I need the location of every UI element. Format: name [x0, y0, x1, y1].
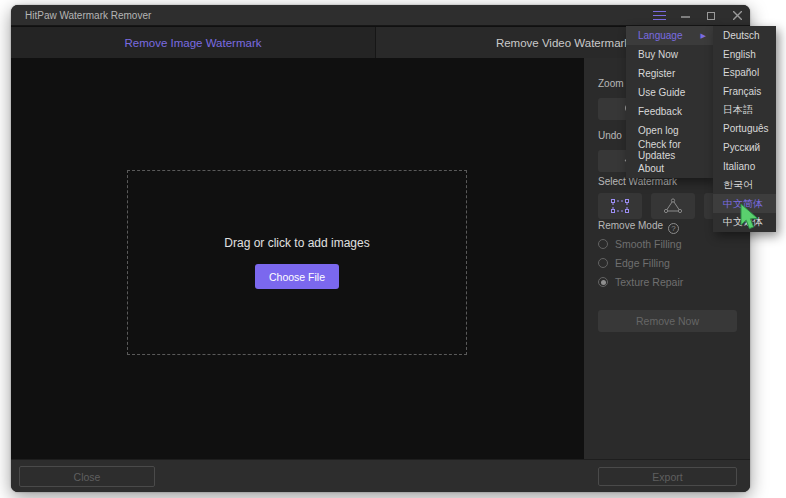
drop-zone[interactable]: Drag or click to add images Choose File: [127, 170, 467, 355]
close-window-button[interactable]: [724, 5, 750, 26]
titlebar: HitPaw Watermark Remover: [11, 5, 750, 26]
minimize-button[interactable]: [672, 5, 698, 26]
marquee-select-icon: [610, 198, 630, 214]
submenu-arrow-icon: ▶: [701, 32, 706, 40]
language-option-italiano[interactable]: Italiano: [713, 157, 776, 176]
tab-remove-image-watermark[interactable]: Remove Image Watermark: [11, 27, 375, 58]
language-option-english[interactable]: English: [713, 45, 776, 64]
language-option-francais[interactable]: Français: [713, 82, 776, 101]
menu-item-register[interactable]: Register: [626, 64, 713, 83]
language-option-espanol[interactable]: Español: [713, 63, 776, 82]
menu-item-check-for-updates[interactable]: Check for Updates: [626, 140, 713, 159]
language-option-russian[interactable]: Русский: [713, 138, 776, 157]
zoom-label: Zoom: [598, 78, 624, 89]
maximize-icon: [707, 12, 715, 20]
language-option-japanese[interactable]: 日本語: [713, 101, 776, 120]
language-submenu: Deutsch English Español Français 日本語 Por…: [713, 26, 776, 232]
minimize-icon: [681, 11, 690, 20]
window-controls: [646, 5, 750, 26]
drop-hint: Drag or click to add images: [224, 236, 369, 250]
radio-icon: [598, 239, 608, 249]
export-button[interactable]: Export: [598, 467, 737, 486]
language-option-portugues[interactable]: Português: [713, 119, 776, 138]
menu-item-buy-now[interactable]: Buy Now: [626, 45, 713, 64]
menu-item-language[interactable]: Language ▶: [626, 26, 713, 45]
hamburger-icon: [653, 11, 666, 21]
close-icon: [733, 11, 742, 20]
bottom-bar: Close Export: [11, 459, 750, 492]
remove-now-button[interactable]: Remove Now: [598, 310, 737, 332]
radio-selected-icon: [598, 277, 608, 287]
maximize-button[interactable]: [698, 5, 724, 26]
undo-label: Undo: [598, 130, 622, 141]
radio-smooth-filling[interactable]: Smooth Filling: [598, 238, 682, 250]
choose-file-button[interactable]: Choose File: [255, 264, 339, 289]
menu-item-feedback[interactable]: Feedback: [626, 102, 713, 121]
language-option-deutsch[interactable]: Deutsch: [713, 26, 776, 45]
help-icon[interactable]: ?: [668, 223, 679, 234]
menu-item-use-guide[interactable]: Use Guide: [626, 83, 713, 102]
polygon-select-icon: [663, 198, 683, 214]
marquee-select-button[interactable]: [598, 193, 642, 219]
image-canvas: Drag or click to add images Choose File: [11, 58, 584, 459]
radio-edge-filling[interactable]: Edge Filling: [598, 257, 670, 269]
radio-icon: [598, 258, 608, 268]
radio-texture-repair[interactable]: Texture Repair: [598, 276, 683, 288]
menu-button[interactable]: [646, 5, 672, 26]
window-title: HitPaw Watermark Remover: [25, 10, 151, 21]
cursor-arrow-icon: [738, 203, 762, 231]
menu-item-open-log[interactable]: Open log: [626, 121, 713, 140]
close-button[interactable]: Close: [19, 466, 155, 487]
remove-mode-label: Remove Mode?: [598, 220, 679, 234]
app-menu: Language ▶ Buy Now Register Use Guide Fe…: [626, 26, 713, 178]
language-option-korean[interactable]: 한국어: [713, 176, 776, 195]
polygon-select-button[interactable]: [651, 193, 695, 219]
mouse-cursor: [738, 203, 762, 235]
menu-item-about[interactable]: About: [626, 159, 713, 178]
